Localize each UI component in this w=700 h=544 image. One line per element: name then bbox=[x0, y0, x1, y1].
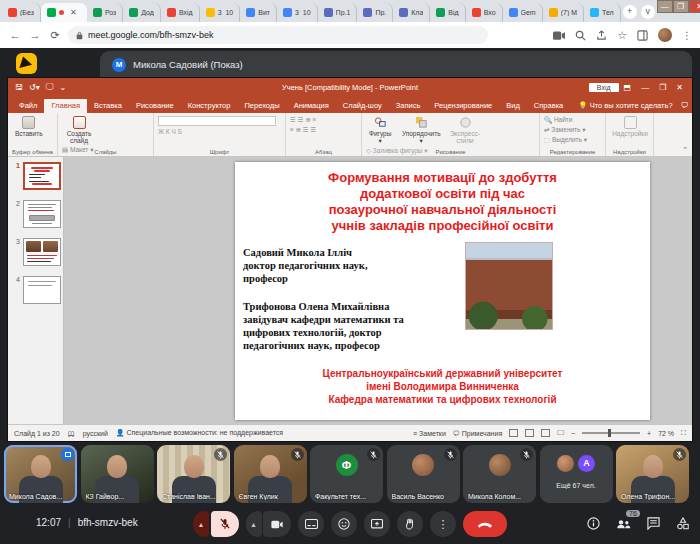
zoom-level[interactable]: 72 % bbox=[658, 430, 674, 437]
comments-icon[interactable]: 🗩 bbox=[673, 101, 697, 113]
more-options-button[interactable]: ⋮ bbox=[430, 511, 456, 537]
list-buttons[interactable]: ☰ ☰ ≣ ≡ bbox=[290, 115, 357, 125]
browser-tab[interactable]: Gem bbox=[503, 3, 543, 22]
replace-button[interactable]: ⇄ Заменить ▾ bbox=[544, 125, 601, 135]
captions-button[interactable] bbox=[298, 511, 324, 537]
browser-tab[interactable]: Дод bbox=[123, 3, 161, 22]
ppt-signin-button[interactable]: Вхід bbox=[589, 83, 619, 92]
ribbon-tab[interactable]: Рецензирование bbox=[427, 99, 499, 113]
ppt-restore-button[interactable]: ❐ bbox=[659, 83, 666, 92]
reload-icon[interactable]: ⟳ bbox=[48, 29, 62, 42]
select-button[interactable]: ⬚ Выделить ▾ bbox=[544, 135, 601, 145]
slide-thumbnail[interactable] bbox=[23, 276, 61, 304]
shapes-button[interactable]: Фигуры ▾ bbox=[366, 115, 394, 146]
qat-more-icon[interactable]: ⌄ bbox=[59, 83, 66, 92]
participant-tile[interactable]: Станіслав Іван... bbox=[157, 445, 230, 503]
new-slide-button[interactable]: Создать слайд bbox=[62, 115, 96, 145]
tab-search-button[interactable]: v bbox=[641, 5, 655, 19]
browser-tab[interactable]: Вхо bbox=[466, 3, 503, 22]
browser-tab[interactable]: ✕ bbox=[41, 3, 87, 22]
participant-tile[interactable]: Ф Факультет тех... bbox=[310, 445, 383, 503]
tab-close-icon[interactable]: ✕ bbox=[70, 9, 77, 17]
sorter-view-icon[interactable] bbox=[525, 429, 534, 437]
maximize-button[interactable]: ❐ bbox=[673, 0, 689, 13]
present-screen-button[interactable] bbox=[364, 511, 390, 537]
ribbon-options-icon[interactable]: ⬒ bbox=[624, 83, 632, 92]
camera-button[interactable] bbox=[263, 511, 291, 537]
ribbon-tab[interactable]: Справка bbox=[527, 99, 570, 113]
zoom-in-icon[interactable]: + bbox=[647, 430, 651, 437]
browser-tab[interactable]: 3_10 bbox=[277, 3, 318, 22]
font-name-combobox[interactable] bbox=[158, 116, 276, 126]
ribbon-tab[interactable]: Рисование bbox=[129, 99, 181, 113]
slide-thumbnail-row[interactable]: 1 bbox=[10, 162, 63, 190]
participant-tile[interactable]: Микола Колом... bbox=[463, 445, 536, 503]
zoom-slider[interactable] bbox=[582, 432, 640, 434]
browser-tab[interactable]: Кла bbox=[393, 3, 430, 22]
back-icon[interactable]: ← bbox=[8, 29, 22, 41]
browser-tab[interactable]: (Без bbox=[2, 3, 41, 22]
zoom-icon[interactable] bbox=[575, 30, 586, 41]
ribbon-tab[interactable]: Конструктор bbox=[181, 99, 238, 113]
activities-icon[interactable] bbox=[676, 517, 690, 530]
browser-tab[interactable]: Роз bbox=[87, 3, 123, 22]
language-indicator[interactable]: русский bbox=[83, 430, 108, 437]
share-icon[interactable] bbox=[596, 30, 607, 41]
menu-dots-icon[interactable]: ⋮ bbox=[682, 30, 692, 41]
browser-tab[interactable]: (7) М bbox=[543, 3, 584, 22]
zoom-out-icon[interactable]: − bbox=[571, 430, 575, 437]
tell-me-box[interactable]: 💡 Что вы хотите сделать? bbox=[578, 101, 672, 113]
accessibility-status[interactable]: 👤 Специальные возможности: не поддержива… bbox=[116, 429, 283, 437]
raise-hand-button[interactable] bbox=[397, 511, 423, 537]
ribbon-tab[interactable]: Вид bbox=[499, 99, 527, 113]
collapse-ribbon-icon[interactable]: ⌃ bbox=[678, 146, 692, 156]
browser-tab[interactable]: Вит bbox=[240, 3, 277, 22]
ribbon-tab[interactable]: Переходы bbox=[237, 99, 286, 113]
zoom-knob[interactable] bbox=[608, 429, 611, 437]
ribbon-tab[interactable]: Анимация bbox=[287, 99, 336, 113]
comments-button[interactable]: 🗩 Примечания bbox=[453, 430, 502, 437]
ribbon-tab[interactable]: Главная bbox=[44, 99, 87, 113]
browser-tab[interactable]: 3_10 bbox=[200, 3, 241, 22]
ribbon-tab[interactable]: Запись bbox=[389, 99, 428, 113]
tab-media-icon[interactable] bbox=[553, 31, 565, 40]
participant-tile[interactable]: Олена Трифон... bbox=[616, 445, 689, 503]
slide-thumbnail-row[interactable]: 4 bbox=[10, 276, 63, 304]
profile-avatar[interactable] bbox=[658, 28, 672, 42]
camera-options-chevron[interactable]: ▲ bbox=[246, 511, 262, 537]
end-call-button[interactable] bbox=[463, 511, 507, 537]
browser-tab[interactable]: Пр. bbox=[357, 3, 393, 22]
minimize-button[interactable]: — bbox=[657, 0, 673, 13]
participant-tile[interactable]: Микола Садов... bbox=[4, 445, 77, 503]
browser-tab[interactable]: Від bbox=[430, 3, 465, 22]
spellcheck-icon[interactable]: 🕮 bbox=[68, 430, 75, 437]
participant-tile[interactable]: A Ещё 67 чел. bbox=[540, 445, 613, 503]
participant-tile[interactable]: Євген Кулик bbox=[234, 445, 307, 503]
browser-tab[interactable]: Вхід bbox=[161, 3, 200, 22]
people-panel-button[interactable]: 76 bbox=[616, 518, 631, 530]
slide-thumbnail[interactable] bbox=[23, 200, 61, 228]
save-icon[interactable]: 🖫 bbox=[15, 83, 23, 92]
meeting-details-icon[interactable] bbox=[587, 517, 600, 530]
side-panel-icon[interactable] bbox=[637, 30, 648, 41]
participant-tile[interactable]: КЗ Гайвор... bbox=[81, 445, 154, 503]
chat-panel-icon[interactable] bbox=[647, 517, 660, 530]
forward-icon[interactable]: → bbox=[28, 29, 42, 41]
browser-tab[interactable]: Тел bbox=[584, 3, 621, 22]
slide-thumbnail-row[interactable]: 2 bbox=[10, 200, 63, 228]
undo-icon[interactable]: ↺▾ bbox=[29, 83, 40, 92]
notes-button[interactable]: ≡ Заметки bbox=[413, 430, 446, 437]
bookmark-star-icon[interactable]: ☆ bbox=[617, 29, 627, 42]
align-buttons[interactable]: ≡ ≣ ☰ ☰ bbox=[290, 125, 357, 135]
slideshow-icon[interactable]: 🖵 bbox=[46, 82, 54, 92]
mic-options-chevron[interactable]: ▲ bbox=[193, 511, 209, 537]
slide-thumbnail-row[interactable]: 3 bbox=[10, 238, 63, 266]
presenter-tab[interactable]: М Микола Садовий (Показ) bbox=[100, 51, 692, 78]
slide-canvas[interactable]: Формування мотивації до здобуття додатко… bbox=[235, 162, 650, 420]
ppt-minimize-button[interactable]: — bbox=[641, 83, 649, 92]
slideshow-view-icon[interactable]: 🖵 bbox=[557, 429, 564, 437]
normal-view-icon[interactable] bbox=[509, 429, 518, 437]
quick-styles-button[interactable]: Экспресс-стили bbox=[448, 115, 482, 145]
browser-tab[interactable]: Пр.1 bbox=[318, 3, 358, 22]
fit-slide-icon[interactable]: ⛶ bbox=[681, 429, 686, 437]
